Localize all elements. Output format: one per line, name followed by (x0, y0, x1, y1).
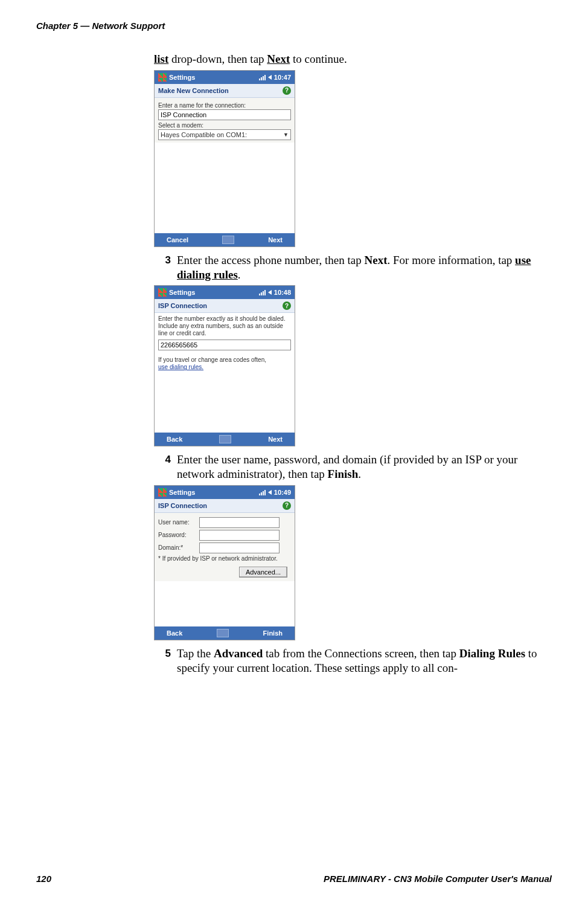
signal-icon (259, 289, 266, 295)
mock3-left-softkey: Back (167, 629, 182, 637)
page-content: list drop-down, then tap Next to continu… (154, 52, 552, 677)
screenshot-make-connection: Settings 10:47 Make New Connection ? Ent… (154, 70, 295, 247)
keyboard-icon (217, 629, 229, 637)
step3-next: Next (365, 254, 388, 266)
step-5-num: 5 (154, 646, 171, 660)
modem-select: Hayes Compatible on COM1: ▼ (158, 129, 291, 140)
mock2-left-softkey: Back (167, 436, 182, 443)
help-icon: ? (283, 86, 291, 95)
mock1-left-softkey: Cancel (167, 236, 188, 243)
keyboard-icon (219, 435, 231, 443)
screenshot-phone-number: Settings 10:48 ISP Connection ? Enter th… (154, 285, 295, 446)
modem-select-value: Hayes Compatible on COM1: (161, 131, 247, 138)
speaker-icon (268, 290, 272, 295)
mock1-body (155, 143, 295, 233)
footer-title: PRELIMINARY - CN3 Mobile Computer User's… (324, 874, 552, 884)
step-3-body: Enter the access phone number, then tap … (171, 253, 552, 282)
mock1-title: Settings (169, 74, 195, 81)
mock3-body (155, 581, 295, 626)
intro-end: to continue. (290, 53, 347, 65)
next-ref: Next (267, 53, 290, 65)
advanced-row: Advanced... (158, 567, 291, 578)
help-icon: ? (283, 301, 291, 310)
mock2-softbar: Back Next (155, 433, 295, 446)
start-icon (158, 288, 167, 297)
mock2-panel: Enter the number exactly as it should be… (155, 313, 295, 375)
mock3-note: * If provided by ISP or network administ… (158, 555, 291, 562)
step-4: 4 Enter the user name, password, and dom… (154, 452, 552, 481)
mock3-titlebar: Settings 10:49 (155, 486, 295, 499)
intro-line: list drop-down, then tap Next to continu… (154, 52, 552, 66)
mock2-time: 10:48 (274, 289, 291, 296)
step5-t2: tab from the Connections screen, then ta… (263, 647, 459, 660)
username-row: User name: (158, 517, 291, 528)
username-input (199, 517, 280, 528)
password-row: Password: (158, 530, 291, 541)
start-icon (158, 73, 167, 82)
step5-dr: Dialing Rules (459, 647, 525, 660)
step-4-num: 4 (154, 452, 171, 466)
mock2-subheader: ISP Connection ? (155, 299, 295, 313)
mock1-label1: Enter a name for the connection: (158, 102, 291, 109)
mock1-right-softkey: Next (268, 236, 283, 243)
step-5: 5 Tap the Advanced tab from the Connecti… (154, 646, 552, 675)
phone-input (158, 340, 291, 350)
password-input (199, 530, 280, 541)
step4-t2: . (358, 468, 361, 480)
signal-icon (259, 74, 266, 80)
mock2-hint1: If you travel or change area codes often… (158, 356, 291, 363)
step-4-body: Enter the user name, password, and domai… (171, 452, 552, 481)
mock3-panel: User name: Password: Domain:* * If provi… (155, 513, 295, 581)
mock2-titlebar: Settings 10:48 (155, 286, 295, 299)
speaker-icon (268, 490, 272, 495)
help-icon: ? (283, 501, 291, 510)
advanced-button: Advanced... (239, 567, 287, 578)
step4-finish: Finish (328, 468, 359, 480)
step-5-body: Tap the Advanced tab from the Connection… (171, 646, 552, 675)
mock1-titlebar: Settings 10:47 (155, 71, 295, 84)
mock2-desc: Enter the number exactly as it should be… (158, 315, 291, 337)
mock1-softbar: Cancel Next (155, 233, 295, 246)
mock2-body (155, 375, 295, 433)
chapter-label: Chapter 5 — Network Support (36, 21, 165, 31)
step3-t2: . For more information, tap (388, 254, 516, 266)
use-dialing-rules-link: use dialing rules. (158, 364, 203, 370)
step3-t3: . (238, 268, 241, 281)
keyboard-icon (222, 236, 234, 244)
mock2-sub-text: ISP Connection (158, 302, 207, 309)
mock3-time: 10:49 (274, 489, 291, 496)
mock1-panel: Enter a name for the connection: Select … (155, 98, 295, 143)
mock3-softbar: Back Finish (155, 626, 295, 640)
mock2-right-softkey: Next (268, 436, 283, 443)
mock3-title: Settings (169, 489, 195, 496)
password-label: Password: (158, 532, 196, 538)
step3-t1: Enter the access phone number, then tap (177, 254, 365, 266)
list-ref: list (154, 53, 168, 65)
mock3-subheader: ISP Connection ? (155, 499, 295, 513)
mock1-sub-text: Make New Connection (158, 87, 229, 94)
screenshot-credentials: Settings 10:49 ISP Connection ? User nam… (154, 485, 295, 640)
mock3-right-softkey: Finish (263, 629, 283, 637)
start-icon (158, 488, 167, 497)
page-header: Chapter 5 — Network Support (36, 21, 165, 31)
step-3-num: 3 (154, 253, 171, 266)
page-number: 120 (36, 874, 51, 884)
intro-mid: drop-down, then tap (168, 53, 267, 65)
username-label: User name: (158, 519, 196, 526)
signal-icon (259, 489, 266, 495)
step5-t1: Tap the (177, 647, 214, 660)
speaker-icon (268, 75, 272, 80)
chevron-down-icon: ▼ (283, 132, 289, 138)
step-3: 3 Enter the access phone number, then ta… (154, 253, 552, 282)
domain-label: Domain:* (158, 544, 196, 551)
mock1-subheader: Make New Connection ? (155, 84, 295, 98)
domain-row: Domain:* (158, 543, 291, 553)
domain-input (199, 543, 280, 553)
mock3-sub-text: ISP Connection (158, 502, 207, 509)
mock2-title: Settings (169, 289, 195, 296)
mock1-time: 10:47 (274, 74, 291, 81)
page-footer: 120 PRELIMINARY - CN3 Mobile Computer Us… (36, 874, 552, 884)
mock1-label2: Select a modem: (158, 122, 291, 129)
step5-adv: Advanced (214, 647, 263, 660)
connection-name-input (158, 109, 291, 120)
